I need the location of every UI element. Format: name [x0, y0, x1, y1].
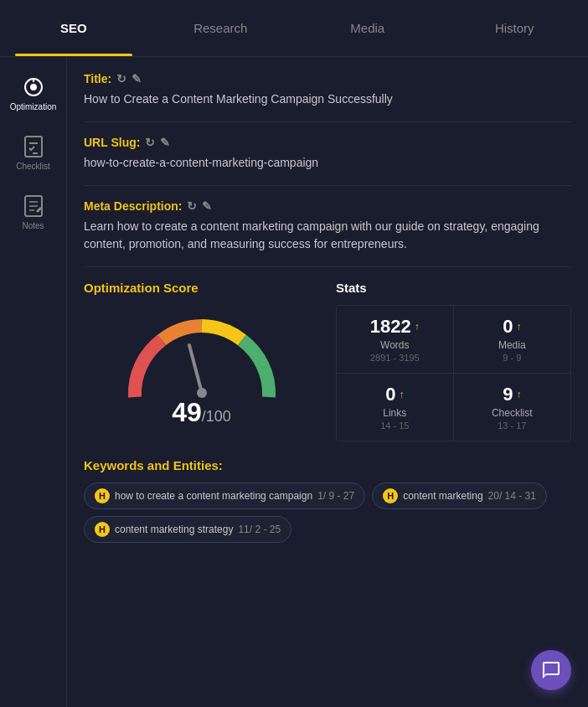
score-title: Optimization Score: [84, 281, 319, 295]
stat-links-value: 0: [385, 384, 395, 405]
meta-refresh-icon[interactable]: ↻: [187, 199, 197, 213]
score-left: Optimization Score: [84, 281, 319, 428]
stat-links-arrow: ↑: [399, 389, 404, 400]
stat-words-range: 2891 - 3195: [345, 353, 445, 363]
score-right: Stats 1822 ↑ Words 2891 - 3195 0 ↑: [336, 281, 571, 441]
stat-media-range: 9 - 9: [462, 353, 563, 363]
url-edit-icon[interactable]: ✎: [160, 136, 170, 149]
sidebar-item-optimization[interactable]: Optimization: [4, 65, 63, 121]
url-refresh-icon[interactable]: ↻: [145, 136, 155, 149]
title-field-row: Title: ↻ ✎ How to Create a Content Marke…: [84, 72, 571, 122]
optimization-icon: [22, 75, 45, 99]
keyword-counts-2: 11/ 2 - 25: [238, 524, 281, 535]
tab-media[interactable]: Media: [294, 0, 441, 56]
stat-checklist-arrow: ↑: [516, 389, 521, 400]
stat-checklist: 9 ↑ Checklist 13 - 17: [454, 374, 571, 441]
meta-field-row: Meta Description: ↻ ✎ Learn how to creat…: [84, 199, 571, 267]
sidebar-optimization-label: Optimization: [10, 102, 57, 111]
keyword-badge-2: H: [95, 522, 110, 537]
checklist-icon: [23, 135, 44, 158]
gauge-container: [118, 305, 286, 405]
stat-links: 0 ↑ Links 14 - 15: [337, 374, 454, 441]
meta-edit-icon[interactable]: ✎: [202, 199, 212, 213]
tab-research[interactable]: Research: [147, 0, 295, 56]
stat-media-value: 0: [503, 316, 513, 338]
meta-value: Learn how to create a content marketing …: [84, 218, 571, 253]
stat-links-label: Links: [345, 407, 445, 419]
keywords-section: Keywords and Entities: H how to create a…: [84, 458, 571, 543]
sidebar-notes-label: Notes: [22, 221, 44, 230]
stat-links-range: 14 - 15: [345, 421, 445, 431]
stat-media-arrow: ↑: [516, 321, 521, 333]
score-stats-section: Optimization Score: [84, 281, 571, 441]
keyword-text-2: content marketing strategy: [115, 524, 233, 535]
stat-checklist-label: Checklist: [462, 407, 563, 419]
keyword-badge-0: H: [95, 488, 110, 503]
url-label: URL Slug: ↻ ✎: [84, 136, 571, 149]
svg-point-1: [30, 84, 37, 90]
stat-words-arrow: ↑: [415, 321, 420, 333]
sidebar-item-checklist[interactable]: Checklist: [4, 125, 63, 181]
keyword-counts-1: 20/ 14 - 31: [488, 490, 536, 502]
keyword-tag-2[interactable]: H content marketing strategy 11/ 2 - 25: [84, 516, 291, 543]
layout: Optimization Checklist Notes: [0, 57, 588, 707]
keyword-counts-0: 1/ 9 - 27: [317, 490, 354, 502]
stat-words-label: Words: [345, 339, 445, 351]
stats-grid: 1822 ↑ Words 2891 - 3195 0 ↑ Media 9 - 9: [336, 305, 571, 441]
tab-seo[interactable]: SEO: [0, 0, 147, 56]
tab-seo-label: SEO: [60, 21, 87, 35]
keyword-tags: H how to create a content marketing camp…: [84, 483, 571, 543]
title-label: Title: ↻ ✎: [84, 72, 571, 85]
tab-research-label: Research: [193, 21, 247, 35]
tab-history[interactable]: History: [441, 0, 589, 56]
chat-fab-button[interactable]: [531, 650, 571, 690]
tab-media-label: Media: [350, 21, 384, 35]
stats-title: Stats: [336, 281, 571, 295]
svg-point-11: [197, 388, 207, 398]
keyword-tag-0[interactable]: H how to create a content marketing camp…: [84, 483, 365, 509]
tab-history-label: History: [495, 21, 534, 35]
title-refresh-icon[interactable]: ↻: [116, 72, 126, 85]
gauge-svg: [118, 305, 286, 414]
chat-icon: [541, 660, 561, 680]
keyword-badge-1: H: [383, 488, 398, 503]
stat-media-label: Media: [462, 339, 563, 351]
url-value: how-to-create-a-content-marketing-campai…: [84, 154, 571, 172]
stat-words-value: 1822: [370, 316, 411, 338]
stat-checklist-range: 13 - 17: [462, 421, 563, 431]
title-value: How to Create a Content Marketing Campai…: [84, 90, 571, 108]
stat-media: 0 ↑ Media 9 - 9: [454, 306, 571, 374]
keyword-text-0: how to create a content marketing campai…: [115, 490, 312, 502]
sidebar-checklist-label: Checklist: [16, 162, 50, 171]
notes-icon: [23, 194, 44, 218]
sidebar: Optimization Checklist Notes: [0, 57, 67, 707]
svg-line-10: [189, 345, 202, 393]
keyword-text-1: content marketing: [403, 490, 482, 502]
stat-checklist-value: 9: [503, 384, 513, 405]
main-content: Title: ↻ ✎ How to Create a Content Marke…: [67, 57, 588, 707]
title-edit-icon[interactable]: ✎: [132, 72, 142, 85]
stat-words: 1822 ↑ Words 2891 - 3195: [337, 306, 454, 374]
sidebar-item-notes[interactable]: Notes: [4, 184, 63, 240]
url-field-row: URL Slug: ↻ ✎ how-to-create-a-content-ma…: [84, 136, 571, 186]
keyword-tag-1[interactable]: H content marketing 20/ 14 - 31: [372, 483, 547, 509]
top-nav: SEO Research Media History: [0, 0, 588, 57]
keywords-title: Keywords and Entities:: [84, 458, 571, 472]
meta-label: Meta Description: ↻ ✎: [84, 199, 571, 213]
